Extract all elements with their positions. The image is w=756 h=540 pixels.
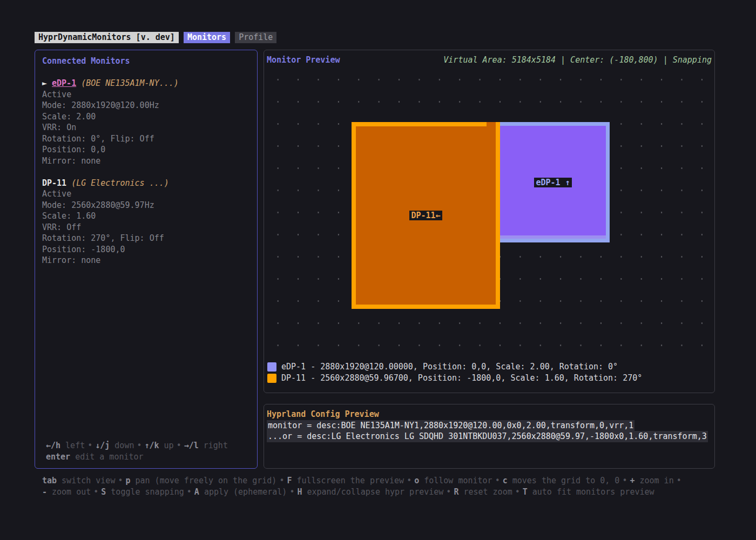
key-o: o (414, 476, 419, 485)
monitor-scale: Scale: 1.60 (42, 211, 250, 222)
monitor-vrr: VRR: On (42, 122, 250, 133)
config-line-dp11: ...or = desc:LG Electronics LG SDQHD 301… (267, 431, 708, 442)
monitor-name: DP-11 (42, 178, 66, 188)
bullet-separator: • (87, 441, 92, 450)
connected-monitors-panel: Connected Monitors ►eDP-1(BOE NE135A1M-N… (35, 50, 258, 469)
key-c: c (503, 476, 508, 485)
hyprland-config-panel: Hyprland Config Preview monitor = desc:B… (264, 404, 715, 469)
key-enter: enter (46, 452, 70, 462)
preview-monitor-dp11[interactable]: DP-11← (352, 122, 500, 309)
monitor-preview-title: Monitor Preview (267, 55, 340, 65)
virtual-area-info: Virtual Area: 5184x5184 | Center: (-180,… (443, 55, 712, 65)
key-right: →/l (184, 441, 199, 450)
preview-legend: eDP-1 - 2880x1920@120.00000, Position: 0… (267, 361, 642, 383)
monitor-scale: Scale: 2.00 (42, 111, 250, 123)
monitor-position: Position: -1800,0 (42, 244, 250, 255)
list-keybind-hints: ←/hleft•↓/jdown•↑/kup•→/lright enteredit… (46, 440, 228, 462)
key-minus: - (42, 487, 47, 497)
legend-row-edp1: eDP-1 - 2880x1920@120.00000, Position: 0… (267, 361, 642, 373)
monitor-description: (LG Electronics ...) (71, 178, 169, 188)
app-title: HyprDynamicMonitors [v. dev] (35, 32, 179, 43)
monitor-position: Position: 0,0 (42, 144, 250, 156)
monitor-vrr: VRR: Off (42, 222, 250, 233)
key-tab: tab (42, 476, 57, 485)
preview-monitor-edp1[interactable]: eDP-1 ↑ (500, 122, 610, 242)
tab-profile[interactable]: Profile (235, 32, 276, 43)
monitor-description: (BOE NE135A1M-NY...) (81, 78, 179, 88)
legend-row-dp11: DP-11 - 2560x2880@59.96700, Position: -1… (267, 373, 642, 384)
monitor-list-item-dp11[interactable]: DP-11(LG Electronics ...) Active Mode: 2… (42, 178, 250, 266)
key-r: R (454, 487, 458, 497)
monitor-name: eDP-1 (52, 78, 76, 88)
monitor-list-item-edp1[interactable]: ►eDP-1(BOE NE135A1M-NY...) Active Mode: … (42, 78, 250, 166)
key-down: ↓/j (95, 441, 110, 450)
monitor-rotation: Rotation: 270°, Flip: Off (42, 233, 250, 244)
key-f: F (287, 476, 292, 485)
key-left: ←/h (46, 441, 60, 450)
preview-monitor-dp11-corner (487, 122, 496, 145)
monitor-mode: Mode: 2880x1920@120.00Hz (42, 100, 250, 111)
key-a: A (194, 487, 199, 497)
bullet-separator: • (279, 476, 284, 485)
monitor-mirror: Mirror: none (42, 255, 250, 266)
bullet-separator: • (407, 476, 411, 485)
key-plus: + (630, 476, 634, 485)
bullet-separator: • (677, 476, 681, 485)
config-line-edp1: monitor = desc:BOE NE135A1M-NY1,2880x192… (267, 420, 634, 431)
bullet-separator: • (495, 476, 500, 485)
monitor-mode: Mode: 2560x2880@59.97Hz (42, 200, 250, 211)
bullet-separator: • (118, 476, 123, 485)
bullet-separator: • (187, 487, 192, 497)
global-keybind-help: tabswitch view•ppan (move freely on the … (42, 475, 744, 498)
config-preview-title: Hyprland Config Preview (267, 409, 712, 420)
preview-monitor-edp1-label: eDP-1 ↑ (534, 178, 571, 187)
bullet-separator: • (515, 487, 520, 497)
preview-monitor-edp1-body: eDP-1 ↑ (500, 126, 606, 239)
bullet-separator: • (137, 441, 141, 450)
connected-monitors-title: Connected Monitors (42, 56, 250, 67)
preview-monitor-edp1-bottom-strip (500, 235, 606, 239)
key-h: H (297, 487, 302, 497)
preview-monitor-dp11-label: DP-11← (409, 211, 442, 220)
preview-monitor-dp11-body: DP-11← (356, 126, 496, 305)
bullet-separator: • (289, 487, 294, 497)
dp11-color-swatch (267, 374, 276, 383)
monitor-preview-panel: Monitor Preview Virtual Area: 5184x5184 … (264, 50, 715, 393)
key-p: p (125, 476, 130, 485)
monitor-status: Active (42, 188, 250, 200)
key-t: T (523, 487, 528, 497)
key-up: ↑/k (145, 441, 159, 450)
bullet-separator: • (177, 441, 181, 450)
monitor-mirror: Mirror: none (42, 156, 250, 167)
tab-bar: HyprDynamicMonitors [v. dev] Monitors Pr… (35, 32, 276, 43)
monitor-rotation: Rotation: 0°, Flip: Off (42, 133, 250, 145)
bullet-separator: • (446, 487, 451, 497)
bullet-separator: • (93, 487, 98, 497)
tab-monitors[interactable]: Monitors (184, 32, 230, 43)
bullet-separator: • (622, 476, 627, 485)
monitor-status: Active (42, 89, 250, 100)
selected-marker-icon: ► (42, 78, 47, 88)
edp1-color-swatch (267, 362, 276, 372)
key-s: S (101, 487, 106, 497)
